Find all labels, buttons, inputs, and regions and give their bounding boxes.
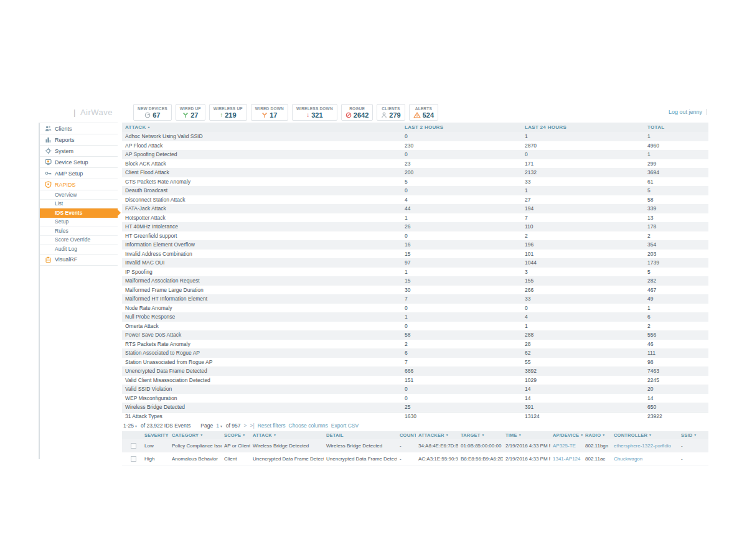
attack-row[interactable]: Valid Client Misassociation Detected1511… [122, 376, 708, 385]
sidebar-item-reports[interactable]: Reports [40, 134, 118, 146]
attack-row[interactable]: Information Element Overflow16196354 [122, 240, 708, 250]
attack-row[interactable]: Station Unassociated from Rogue AP75598 [122, 358, 708, 367]
attack-row[interactable]: HT Greenfield support022 [122, 231, 708, 241]
sidebar-item-amp-setup[interactable]: AMP Setup [40, 168, 118, 179]
column-header-target[interactable]: TARGET▼ [458, 432, 503, 438]
attack-row[interactable]: Malformed HT Information Element73349 [122, 294, 708, 304]
event-row[interactable]: LowPolicy Compliance IssueAP or ClientWi… [122, 439, 708, 452]
event-row[interactable]: HighAnomalous BehaviorClientUnencrypted … [122, 452, 708, 465]
stat-new-devices[interactable]: NEW DEVICES 67 [133, 104, 172, 121]
attack-row[interactable]: Block ACK Attack23171299 [122, 159, 708, 169]
column-header-severity[interactable]: SEVERITY▼ [142, 432, 169, 438]
column-header-scope[interactable]: SCOPE▼ [222, 432, 250, 438]
event-cell-ap-device[interactable]: 1341-AP124 [550, 456, 583, 462]
page-number-dropdown[interactable]: 1▼ [216, 422, 223, 429]
stat-wireless-down[interactable]: WIRELESS DOWN ↓321 [292, 104, 337, 121]
page-range-dropdown[interactable]: 1-25▼ [123, 422, 138, 429]
attack-row[interactable]: Station Associated to Rogue AP662111 [122, 348, 708, 358]
attack-row[interactable]: FATA-Jack Attack44194339 [122, 204, 708, 213]
logout-link[interactable]: Log out jenny [669, 109, 707, 115]
sidebar-subitem-score-override[interactable]: Score Override [40, 236, 118, 245]
attack-count: 467 [644, 286, 708, 294]
attack-count: 111 [644, 348, 708, 357]
ids-attack-summary-table: ATTACK▲ LAST 2 HOURS LAST 24 HOURS TOTAL… [122, 123, 708, 421]
attack-row[interactable]: Client Flood Attack20021323694 [122, 168, 708, 177]
column-header-attacker[interactable]: ATTACKER▼ [416, 432, 458, 438]
column-header-count[interactable]: COUNT [397, 432, 416, 438]
attack-count: 339 [644, 204, 708, 213]
attack-row[interactable]: AP Flood Attack23028704960 [122, 141, 708, 151]
row-checkbox[interactable] [131, 443, 136, 449]
reset-filters-link[interactable]: Reset filters [258, 422, 286, 429]
sidebar-subitem-setup[interactable]: Setup [40, 218, 118, 227]
stat-wireless-up[interactable]: WIRELESS UP ↑219 [209, 104, 247, 121]
attack-row[interactable]: Disconnect Station Attack42758 [122, 195, 708, 205]
status-summary-bar: NEW DEVICES 67 WIRED UP 27 WIRELESS UP ↑ [133, 104, 442, 121]
row-checkbox[interactable] [131, 456, 136, 462]
attack-row[interactable]: RTS Packets Rate Anomaly22846 [122, 340, 708, 349]
column-header-last-24-hours[interactable]: LAST 24 HOURS [522, 123, 644, 132]
attack-row[interactable]: Invalid MAC OUI9710441739 [122, 258, 708, 268]
sidebar-subitem-audit-log[interactable]: Audit Log [40, 245, 118, 254]
stat-alerts[interactable]: ALERTS 524 [409, 104, 438, 121]
column-header-radio[interactable]: RADIO▼ [583, 432, 611, 438]
event-cell-attacker: 34:A8:4E:E6:7D:B0 [416, 443, 458, 449]
next-page-button[interactable]: > [243, 422, 247, 429]
attack-row[interactable]: Node Rate Anomaly001 [122, 304, 708, 313]
column-header-controller[interactable]: CONTROLLER▼ [611, 432, 679, 438]
attack-row[interactable]: Power Save DoS Attack58288556 [122, 330, 708, 340]
sidebar-subitem-overview[interactable]: Overview [40, 190, 118, 200]
stat-clients[interactable]: CLIENTS 279 [377, 104, 405, 121]
attack-row[interactable]: Valid SSID Violation01420 [122, 385, 708, 394]
attack-row[interactable]: Hotspotter Attack1713 [122, 213, 708, 223]
attack-row[interactable]: Wireless Bridge Detected25391650 [122, 403, 708, 412]
attack-row[interactable]: Omerta Attack012 [122, 322, 708, 331]
stat-wired-up[interactable]: WIRED UP 27 [176, 104, 205, 121]
sidebar-item-rapids[interactable]: RAPIDS [40, 179, 118, 190]
attack-row[interactable]: WEP Misconfiguration01414 [122, 394, 708, 403]
export-csv-link[interactable]: Export CSV [331, 422, 359, 429]
sidebar-item-device-setup[interactable]: Device Setup [40, 157, 118, 168]
column-header-total[interactable]: TOTAL [644, 123, 708, 132]
sidebar-subitem-ids-events[interactable]: IDS Events [40, 208, 118, 218]
sidebar-item-clients[interactable]: Clients [40, 123, 118, 134]
stat-wired-down[interactable]: WIRED DOWN 17 [251, 104, 288, 121]
column-header-detail[interactable]: DETAIL [324, 432, 397, 438]
sidebar-subitem-rules[interactable]: Rules [40, 226, 118, 236]
attack-name: Unencrypted Data Frame Detected [122, 366, 402, 375]
attack-name: Node Rate Anomaly [122, 304, 402, 312]
event-cell-ssid: - [679, 443, 708, 449]
choose-columns-link[interactable]: Choose columns [289, 422, 328, 429]
attack-row[interactable]: CTS Packets Rate Anomaly53361 [122, 177, 708, 187]
column-header-attack[interactable]: ATTACK▲ [122, 123, 402, 132]
event-cell-controller[interactable]: ethersphere-1322-porfidio [611, 443, 679, 449]
column-header-ssid[interactable]: SSID▼ [679, 432, 708, 438]
column-header-last-2-hours[interactable]: LAST 2 HOURS [402, 123, 522, 132]
attack-row[interactable]: Malformed Association Request15155282 [122, 276, 708, 286]
last-page-button[interactable]: >| [250, 422, 254, 429]
sidebar-subitem-list[interactable]: List [40, 200, 118, 209]
column-header-ap-device[interactable]: AP/DEVICE▼ [550, 432, 583, 438]
attack-row[interactable]: Null Probe Response146 [122, 312, 708, 322]
event-cell-controller[interactable]: Chuckwagon [611, 456, 679, 462]
attack-row[interactable]: Invalid Address Combination15101203 [122, 250, 708, 259]
column-header-attack[interactable]: ATTACK▼ [250, 432, 324, 438]
attack-count: 4 [522, 312, 644, 321]
attack-row[interactable]: Malformed Frame Large Duration30266467 [122, 286, 708, 295]
event-cell-time: 2/19/2016 4:33 PM PST [503, 456, 550, 462]
sidebar-item-visualrf[interactable]: VisualRF [40, 254, 118, 266]
column-header-category[interactable]: CATEGORY▼ [169, 432, 222, 438]
attack-row[interactable]: AP Spoofing Detected001 [122, 150, 708, 159]
attack-row[interactable]: HT 40MHz Intolerance26110178 [122, 222, 708, 231]
attack-row[interactable]: Unencrypted Data Frame Detected666389274… [122, 366, 708, 376]
column-header-time[interactable]: TIME▼ [503, 432, 550, 438]
event-cell-attack: Unencrypted Data Frame Detected [250, 456, 324, 462]
event-cell-ap-device[interactable]: AP325-TE [550, 443, 583, 449]
attack-totals-total: 23922 [644, 412, 708, 421]
attack-row[interactable]: IP Spoofing135 [122, 268, 708, 277]
stat-rogue[interactable]: ROGUE 2642 [341, 104, 373, 121]
sidebar-item-system[interactable]: System [40, 146, 118, 157]
attack-count: 556 [644, 330, 708, 339]
attack-row[interactable]: Adhoc Network Using Valid SSID011 [122, 132, 708, 141]
attack-row[interactable]: Deauth Broadcast015 [122, 186, 708, 195]
